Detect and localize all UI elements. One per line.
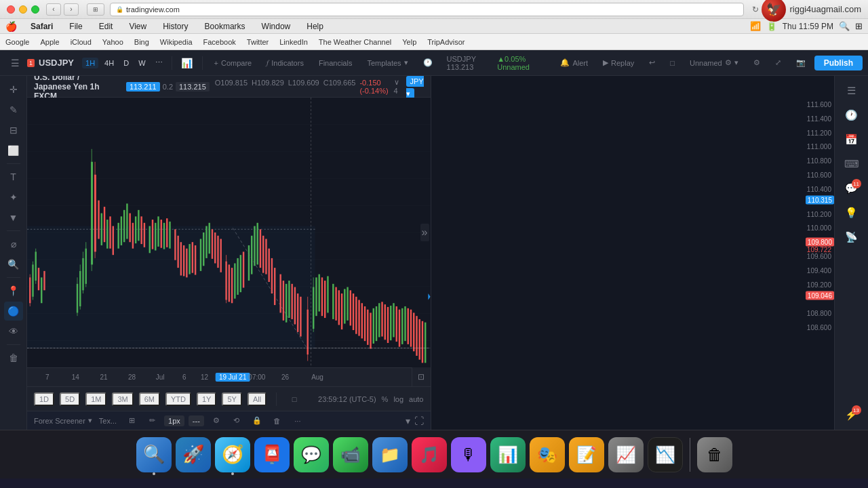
symbol-name[interactable]: USDJPY	[39, 58, 74, 68]
bookmark-linkedin[interactable]: LinkedIn	[279, 38, 308, 46]
signals-button[interactable]: ⚡ 13	[841, 404, 863, 426]
active-tool[interactable]: 🔵	[4, 302, 23, 321]
flip-button[interactable]: ⟲	[229, 413, 245, 429]
dock-facetime[interactable]: 📹	[333, 437, 368, 472]
magnet-tool[interactable]: 📍	[4, 281, 23, 300]
draw-mode-button[interactable]: ✏	[144, 413, 160, 429]
redo-button[interactable]: □	[664, 57, 681, 69]
dock-finder[interactable]: 🔍	[136, 437, 172, 472]
lines-tool[interactable]: ⊟	[4, 121, 23, 140]
close-button[interactable]	[7, 5, 15, 14]
unnamed-button[interactable]: Unnamed ⚙ ▾	[684, 56, 745, 69]
range-1d[interactable]: 1D	[34, 392, 54, 406]
range-5y[interactable]: 5Y	[222, 392, 241, 406]
dock-keynote[interactable]: 🎭	[530, 437, 565, 472]
ruler-tool[interactable]: ⌀	[4, 235, 23, 253]
bookmark-yahoo[interactable]: Yahoo	[102, 38, 123, 46]
percent-toggle[interactable]: %	[382, 395, 389, 403]
user-avatar[interactable]: 🦅	[762, 0, 786, 22]
templates-button[interactable]: Templates ▾	[361, 56, 414, 69]
collapse-bottom-button[interactable]: ▾	[406, 415, 410, 426]
dock-activity[interactable]: 📈	[608, 437, 644, 472]
fullscreen-button[interactable]	[31, 5, 39, 14]
dock-music[interactable]: 🎵	[412, 437, 447, 472]
properties-button[interactable]: ⚙	[208, 413, 224, 429]
text-label[interactable]: Tex...	[99, 417, 117, 425]
range-6m[interactable]: 6M	[139, 392, 160, 406]
shapes-tool[interactable]: ⬜	[4, 141, 23, 160]
file-menu[interactable]: File	[66, 22, 85, 31]
dock-messages[interactable]: 💬	[294, 437, 329, 472]
view-menu[interactable]: View	[126, 22, 149, 31]
screener-selector[interactable]: Forex Screener ▾	[34, 416, 92, 425]
bookmark-twitter[interactable]: Twitter	[247, 38, 269, 46]
timeframe-4h[interactable]: 4H	[101, 58, 117, 68]
apple-menu[interactable]: 🍎	[5, 21, 17, 32]
more-drawing-button[interactable]: ···	[290, 413, 306, 429]
range-all[interactable]: All	[248, 392, 267, 406]
bookmarks-menu[interactable]: Bookmarks	[202, 22, 248, 31]
bookmark-facebook[interactable]: Facebook	[203, 38, 236, 46]
chart-type-button[interactable]: JPY ▾	[406, 76, 424, 99]
publish-button[interactable]: Publish	[814, 56, 863, 70]
minimize-button[interactable]	[19, 5, 27, 14]
dock-podcasts[interactable]: 🎙	[451, 437, 486, 472]
symbol-selector[interactable]: 1 USDJPY	[27, 58, 74, 68]
fullscreen-bottom-button[interactable]: ⛶	[414, 415, 424, 426]
dock-trash[interactable]: 🗑	[697, 437, 732, 472]
bookmark-bing[interactable]: Bing	[134, 38, 149, 46]
dock-mail[interactable]: 📮	[254, 437, 290, 472]
snapshot-bottom-button[interactable]: □	[286, 391, 302, 407]
tab-button[interactable]: ⊞	[87, 3, 104, 16]
back-button[interactable]: ‹	[46, 3, 61, 16]
calendar-button[interactable]: 📅	[841, 129, 863, 150]
bookmark-icloud[interactable]: iCloud	[71, 38, 92, 46]
crosshair-tool[interactable]: ✛	[4, 80, 23, 99]
compare-button[interactable]: + Compare	[208, 57, 258, 69]
alert-button[interactable]: 🔔 Alert	[554, 56, 594, 69]
screenshot-button[interactable]: 📷	[790, 56, 812, 69]
edit-menu[interactable]: Edit	[96, 22, 116, 31]
bookmark-apple[interactable]: Apple	[40, 38, 59, 46]
bookmark-yelp[interactable]: Yelp	[402, 38, 416, 46]
timeframe-1h[interactable]: 1H	[82, 58, 98, 68]
bookmark-weather[interactable]: The Weather Channel	[319, 38, 391, 46]
dock-files[interactable]: 📁	[372, 437, 408, 472]
current-price-box[interactable]: 113.211	[126, 82, 160, 92]
alert-list-button[interactable]: 🕐	[841, 104, 863, 126]
range-1y[interactable]: 1Y	[197, 392, 216, 406]
timeframe-d[interactable]: D	[120, 58, 132, 68]
control-center-icon[interactable]: ⊞	[855, 21, 863, 31]
undo-button[interactable]: ↩	[643, 56, 661, 69]
safari-menu[interactable]: Safari	[28, 22, 56, 31]
replay-button[interactable]: ▶ Replay	[597, 56, 640, 69]
range-1m[interactable]: 1M	[85, 392, 106, 406]
timeframe-w[interactable]: W	[135, 58, 149, 68]
expand-icon[interactable]: ∨	[394, 78, 399, 86]
bookmark-tripadvisor[interactable]: TripAdvisor	[427, 38, 465, 46]
log-toggle[interactable]: log	[393, 395, 403, 403]
dock-pages[interactable]: 📝	[569, 437, 604, 472]
hotkeys-button[interactable]: ⌨	[841, 153, 863, 175]
reset-scale-button[interactable]: ⊡	[412, 367, 431, 386]
price-box-2[interactable]: 113.215	[176, 82, 210, 92]
text-tool[interactable]: T	[4, 167, 23, 186]
scroll-right-button[interactable]: »	[420, 224, 429, 241]
bar-type-button[interactable]: 📊	[178, 54, 197, 73]
dock-stocks[interactable]: 📉	[648, 437, 683, 472]
hamburger-menu-button[interactable]: ☰	[5, 54, 24, 73]
bookmark-wikipedia[interactable]: Wikipedia	[160, 38, 193, 46]
pen-tool[interactable]: ✎	[4, 100, 23, 119]
address-bar[interactable]: 🔒 tradingview.com	[110, 3, 744, 16]
reload-button[interactable]: ↻	[749, 3, 762, 16]
history-menu[interactable]: History	[160, 22, 191, 31]
ideas-button[interactable]: 💡	[841, 202, 863, 224]
help-menu[interactable]: Help	[304, 22, 326, 31]
chart-canvas[interactable]: -1.280 (-1.16%), -128.0 + »	[27, 98, 431, 367]
delete-drawing-button[interactable]: 🗑	[269, 413, 285, 429]
dash-style-selector[interactable]: ---	[189, 415, 204, 426]
search-macos-icon[interactable]: 🔍	[839, 21, 850, 31]
indicators-button[interactable]: 𝑓 Indicators	[260, 56, 310, 69]
forward-button[interactable]: ›	[64, 3, 79, 16]
brush-tool[interactable]: ✦	[4, 188, 23, 207]
